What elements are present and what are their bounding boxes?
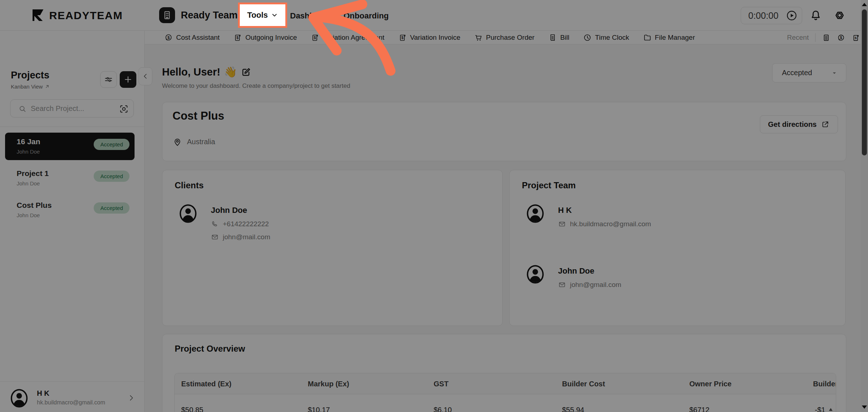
team-title: Project Team: [522, 180, 576, 190]
scan-icon[interactable]: [119, 104, 129, 114]
mail-icon: [558, 281, 566, 289]
team-member-row: H K hk.buildmacro@gmail.com: [526, 203, 651, 228]
nav-item-dashboard[interactable]: Dashboard: [290, 11, 332, 21]
cell-estimated: $50.85: [181, 406, 203, 412]
toolbar-recent-group: Recent: [787, 31, 860, 44]
member-email-row: hk.buildmacro@gmail.com: [558, 220, 651, 228]
invoice-icon: [233, 33, 242, 42]
greeting-subtitle: Welcome to your dashboard. Create a comp…: [162, 82, 350, 90]
recent-invoice-icon[interactable]: [852, 34, 860, 42]
client-email: john@mail.com: [223, 233, 270, 241]
folder-icon: [643, 33, 652, 42]
scroll-up-arrow-icon[interactable]: [862, 3, 867, 6]
project-search-box: [10, 99, 134, 117]
phone-icon: [211, 220, 219, 228]
project-name: 16 Jan: [17, 137, 40, 146]
toolbar-item-variation-invoice[interactable]: Variation Invoice: [398, 33, 460, 42]
timer-value: 0:00:00: [748, 10, 778, 21]
nav-item-onboarding[interactable]: Onboarding: [344, 11, 389, 21]
tools-label: Tools: [247, 10, 268, 20]
toolbar-item-cost-assistant[interactable]: Cost Assistant: [164, 33, 220, 42]
recent-dollar-circle-icon[interactable]: [837, 34, 845, 42]
toolbar-item-purchase-order[interactable]: Purchase Order: [474, 33, 535, 42]
workspace-name: Ready Team: [181, 10, 238, 21]
project-item-16-jan[interactable]: 16 Jan John Doe Accepted: [5, 133, 135, 160]
edit-icon[interactable]: [241, 66, 252, 78]
team-member-row: John Doe john@gmail.com: [526, 263, 621, 289]
recent-label: Recent: [787, 34, 809, 42]
toolbar-item-outgoing-invoice[interactable]: Outgoing Invoice: [233, 33, 297, 42]
col-estimated: Estimated (Ex): [181, 380, 231, 388]
project-owner: John Doe: [17, 212, 40, 218]
status-badge: Accepted: [94, 171, 129, 182]
project-header-card: Cost Plus Australia Get directions: [162, 102, 846, 161]
member-email: john@gmail.com: [570, 281, 621, 289]
location-pin-icon: [173, 137, 182, 147]
mail-icon: [211, 233, 219, 241]
nav-item-tools[interactable]: Tools: [238, 3, 287, 28]
chevron-right-icon: [127, 394, 135, 402]
user-email: hk.buildmacro@gmail.com: [37, 399, 105, 406]
table-scrollbar[interactable]: [828, 396, 834, 412]
recent-document-icon[interactable]: [822, 34, 830, 42]
toolbar-item-file-manager[interactable]: File Manager: [643, 33, 695, 42]
search-input[interactable]: [31, 100, 118, 117]
col-markup: Markup (Ex): [308, 380, 349, 388]
toolbar-item-variation-agreement[interactable]: Variation Agreement: [311, 33, 384, 42]
current-user-row[interactable]: H K hk.buildmacro@gmail.com: [0, 383, 145, 412]
overview-title: Project Overview: [175, 344, 245, 354]
cell-markup: $10.17: [308, 406, 330, 412]
toolbar-item-label: Outgoing Invoice: [245, 34, 297, 42]
col-owner-price: Owner Price: [689, 380, 732, 388]
toolbar-item-label: Bill: [560, 34, 569, 42]
scroll-down-arrow-icon[interactable]: [862, 405, 867, 409]
greeting-title: Hello, User!: [162, 66, 220, 78]
project-item-cost-plus[interactable]: Cost Plus John Doe Accepted: [5, 196, 135, 224]
sidebar-divider: [0, 381, 145, 382]
project-name: Project 1: [17, 169, 49, 178]
tools-toolbar: Cost Assistant Outgoing Invoice Variatio…: [145, 31, 868, 44]
project-name: Cost Plus: [17, 201, 52, 210]
cell-gst: $6.10: [434, 406, 452, 412]
toolbar-item-bill[interactable]: Bill: [548, 33, 569, 42]
play-timer-icon[interactable]: [786, 10, 797, 21]
member-email-row: john@gmail.com: [558, 281, 621, 289]
sidebar-title: Projects: [11, 70, 50, 81]
search-icon: [18, 105, 27, 113]
mail-icon: [558, 220, 566, 228]
status-filter-dropdown[interactable]: Accepted: [772, 63, 846, 82]
scrollbar-thumb[interactable]: [862, 9, 867, 155]
project-title: Cost Plus: [173, 110, 224, 123]
sidebar-divider: [0, 126, 145, 127]
sidebar-collapse-button[interactable]: [139, 67, 152, 85]
clients-title: Clients: [175, 180, 204, 190]
time-tracker-widget[interactable]: 0:00:00: [741, 7, 802, 24]
wave-emoji: 👋: [224, 66, 237, 78]
invoice-icon: [398, 33, 407, 42]
notifications-bell-icon[interactable]: [809, 9, 822, 22]
settings-gear-icon[interactable]: [833, 9, 846, 22]
status-badge: Accepted: [94, 139, 129, 150]
toolbar-item-label: Variation Invoice: [410, 34, 460, 42]
arrow-up-right-icon: [44, 84, 50, 89]
page-scrollbar[interactable]: [861, 0, 868, 412]
member-email: hk.buildmacro@gmail.com: [570, 220, 651, 228]
project-location: Australia: [173, 137, 215, 147]
member-name: John Doe: [558, 266, 621, 276]
add-project-button[interactable]: [120, 71, 136, 88]
filter-projects-button[interactable]: [100, 71, 117, 88]
readyteam-logo-text: READYTEAM: [49, 9, 123, 22]
col-gst: GST: [434, 380, 448, 388]
kanban-view-link[interactable]: Kanban View: [11, 83, 50, 90]
client-phone-row: +61422222222: [211, 220, 270, 228]
user-name: H K: [37, 389, 49, 398]
toolbar-item-time-clock[interactable]: Time Clock: [583, 33, 629, 42]
project-item-project-1[interactable]: Project 1 John Doe Accepted: [5, 164, 135, 192]
cell-owner-price: $6712: [689, 406, 710, 412]
projects-sidebar: Projects Kanban View 16 Jan John Doe Acc…: [0, 31, 145, 412]
dollar-circle-icon: [164, 33, 173, 42]
get-directions-button[interactable]: Get directions: [760, 115, 838, 133]
client-row: John Doe +61422222222 john@mail.com: [178, 203, 270, 241]
readyteam-logo-icon: [31, 8, 46, 22]
kanban-view-label: Kanban View: [11, 83, 43, 90]
